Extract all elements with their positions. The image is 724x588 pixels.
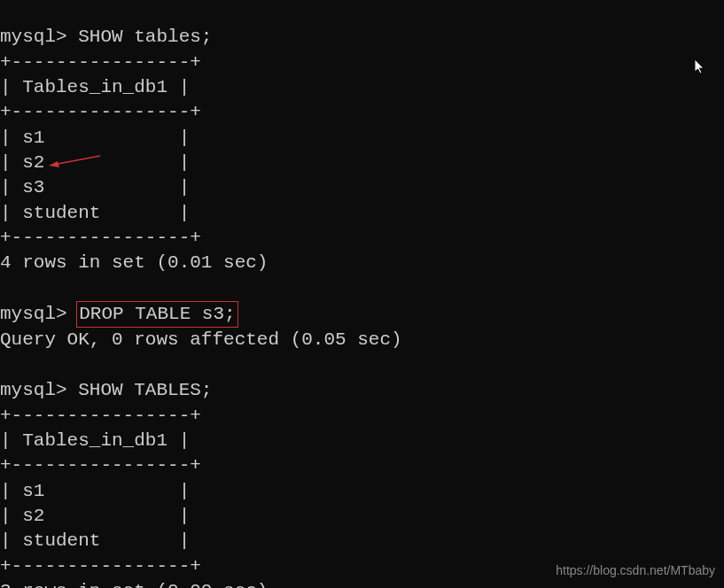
prompt-line[interactable]: mysql> DROP TABLE s3;	[0, 304, 238, 324]
command-drop-table: DROP TABLE s3;	[79, 304, 235, 324]
table-row: | student |	[0, 203, 190, 223]
table-border: +----------------+	[0, 228, 201, 248]
prompt-line[interactable]: mysql> SHOW tables;	[0, 27, 212, 47]
svg-marker-1	[49, 161, 59, 167]
table-row: | s2 |	[0, 506, 190, 526]
watermark-text: https://blog.csdn.net/MTbaby	[556, 562, 715, 579]
mysql-prompt: mysql>	[0, 380, 67, 400]
terminal-output: mysql> SHOW tables; +----------------+ |…	[0, 0, 724, 588]
command-show-tables-1: SHOW tables;	[78, 27, 212, 47]
mysql-prompt: mysql>	[0, 304, 67, 324]
table-border: +----------------+	[0, 455, 201, 476]
result-text: 3 rows in set (0.00 sec)	[0, 581, 268, 588]
prompt-line[interactable]: mysql> SHOW TABLES;	[0, 380, 212, 400]
table-row: | s3 |	[0, 177, 190, 197]
svg-line-0	[53, 156, 100, 165]
mysql-prompt: mysql>	[0, 27, 67, 47]
table-header: | Tables_in_db1 |	[0, 77, 190, 97]
table-border: +----------------+	[0, 52, 201, 73]
command-show-tables-2: SHOW TABLES;	[78, 380, 212, 400]
table-row: | s1 |	[0, 481, 190, 501]
table-border: +----------------+	[0, 556, 201, 576]
result-text: Query OK, 0 rows affected (0.05 sec)	[0, 329, 402, 350]
table-row: | student |	[0, 530, 190, 551]
table-header: | Tables_in_db1 |	[0, 430, 190, 451]
table-row: | s1 |	[0, 128, 190, 148]
arrow-annotation-icon	[49, 154, 102, 168]
table-border: +----------------+	[0, 406, 201, 426]
table-border: +----------------+	[0, 102, 201, 122]
result-text: 4 rows in set (0.01 sec)	[0, 252, 268, 273]
highlighted-command: DROP TABLE s3;	[76, 301, 237, 328]
